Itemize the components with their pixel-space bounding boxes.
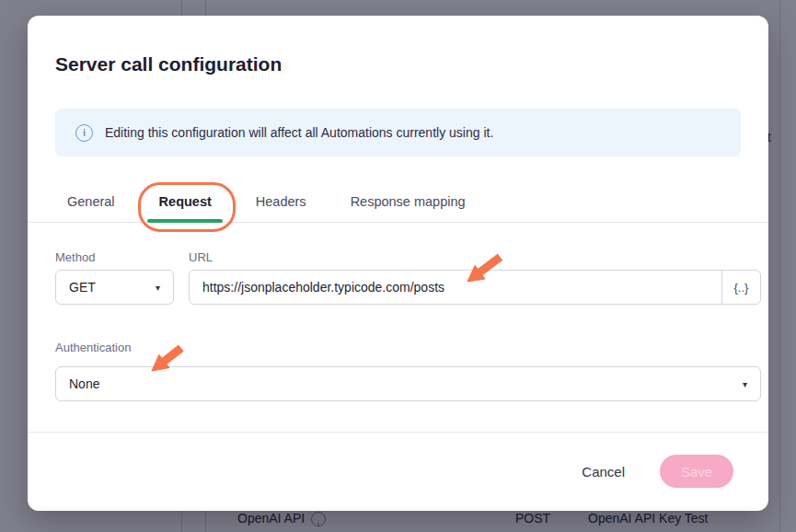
authentication-value: None xyxy=(69,376,99,391)
authentication-label: Authentication xyxy=(55,341,131,354)
tab-response-mapping[interactable]: Response mapping xyxy=(338,184,479,223)
method-select[interactable]: GET ▾ xyxy=(55,270,174,305)
url-input[interactable] xyxy=(190,271,721,304)
authentication-select[interactable]: None ▾ xyxy=(55,366,761,401)
info-banner: i Editing this configuration will affect… xyxy=(55,109,741,156)
insert-variable-button[interactable]: {..} xyxy=(721,271,760,304)
info-icon: i xyxy=(75,124,93,142)
url-label: URL xyxy=(189,250,213,264)
tab-general[interactable]: General xyxy=(54,184,128,223)
info-banner-text: Editing this configuration will affect a… xyxy=(105,125,493,140)
dialog-footer: Cancel Save xyxy=(576,455,733,488)
save-button[interactable]: Save xyxy=(660,455,733,488)
footer-divider xyxy=(28,432,768,433)
screen: OpenAI API i POST OpenAI API Key Test et… xyxy=(0,0,796,532)
braces-icon: {..} xyxy=(734,281,749,295)
method-value: GET xyxy=(69,280,96,295)
cancel-button[interactable]: Cancel xyxy=(576,463,630,480)
server-call-configuration-dialog: Server call configuration i Editing this… xyxy=(28,16,768,511)
caret-down-icon: ▾ xyxy=(156,283,160,293)
dialog-title: Server call configuration xyxy=(55,53,282,75)
tab-bar: General Request Headers Response mapping xyxy=(54,184,479,223)
tab-headers[interactable]: Headers xyxy=(243,184,319,223)
url-input-group: {..} xyxy=(189,270,761,305)
tab-request[interactable]: Request xyxy=(146,184,225,223)
method-label: Method xyxy=(55,250,95,264)
caret-down-icon: ▾ xyxy=(743,379,747,389)
